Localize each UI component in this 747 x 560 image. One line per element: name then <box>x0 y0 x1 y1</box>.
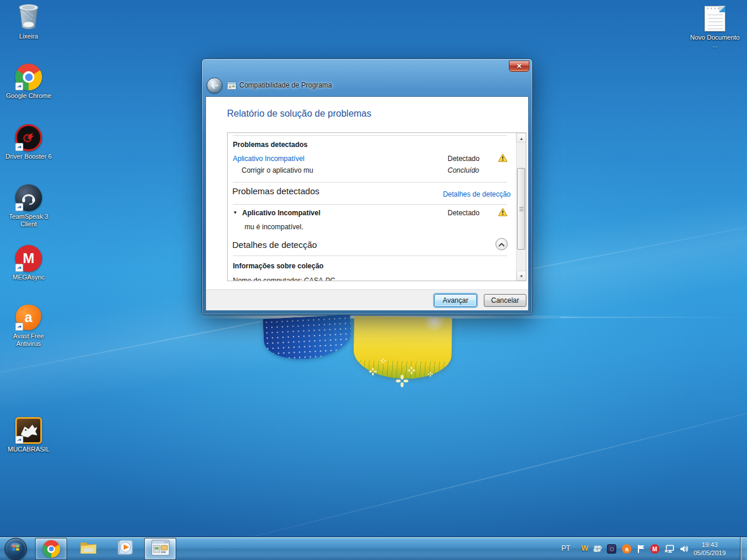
shortcut-arrow-icon <box>15 143 23 151</box>
mega-letter: M <box>23 250 34 267</box>
mega-tray-icon[interactable]: M <box>650 544 659 554</box>
report-divider <box>233 135 507 136</box>
shortcut-arrow-icon <box>15 436 23 444</box>
avast-tray-icon[interactable]: a <box>622 544 631 554</box>
desktop-icon-label: Avast Free Antivirus <box>2 332 55 348</box>
report-section-header: Problemas detectados <box>233 141 308 149</box>
desktop-icon-label: MUCABRASIL <box>2 446 55 453</box>
desktop: Lixeira Google Chrome Driver Booster 6 <box>0 0 747 560</box>
language-indicator[interactable]: PT <box>561 544 570 552</box>
wallpaper-windows-logo-blue-pane <box>263 314 352 361</box>
clock-time: 19:43 <box>687 541 732 549</box>
wallpaper-flower <box>407 366 416 374</box>
show-desktop-button[interactable] <box>740 537 747 560</box>
dialog-footer: Avançar Cancelar <box>206 289 528 310</box>
problem-link[interactable]: Aplicativo Incompatível <box>233 155 305 163</box>
avancar-button[interactable]: Avançar <box>434 294 477 307</box>
compatibility-app-icon <box>227 82 236 90</box>
desktop-icon-driver-booster[interactable]: Driver Booster 6 <box>2 124 55 160</box>
desktop-icon-label: MEGAsync <box>2 274 55 281</box>
desktop-icon-label: Novo Documento ... <box>689 34 741 49</box>
chrome-icon <box>43 540 60 558</box>
desktop-icon-label: TeamSpeak 3 Client <box>2 213 55 228</box>
wallpaper-sparkle <box>428 372 433 377</box>
chevron-up-icon <box>498 240 505 249</box>
problem-detail-label: Aplicativo Incompatível <box>242 209 320 217</box>
back-arrow-icon <box>211 80 218 91</box>
desktop-icon-mucabrasil[interactable]: MUCABRASIL <box>2 416 55 453</box>
report-divider <box>233 204 507 205</box>
wizard-window-icon <box>151 540 170 558</box>
fix-step-status: Concluído <box>448 166 479 174</box>
taskbar: PT W a M <box>0 537 747 560</box>
tray-w-app-icon[interactable]: W <box>581 544 588 552</box>
taskbar-button-explorer[interactable] <box>72 538 104 560</box>
collapse-triangle-icon[interactable]: ▼ <box>233 210 238 215</box>
media-player-icon <box>116 539 134 559</box>
desktop-icon-novo-documento[interactable]: Novo Documento ... <box>689 5 741 49</box>
close-icon: ✕ <box>516 62 522 69</box>
desktop-icon-megasync[interactable]: M MEGAsync <box>2 244 55 281</box>
desktop-icon-lixeira[interactable]: Lixeira <box>2 4 55 40</box>
dialog-titlebar[interactable]: ✕ Compatibilidade de Programa <box>202 59 532 96</box>
collapse-section-button[interactable] <box>495 238 508 250</box>
wallpaper-logo-glow <box>560 317 747 318</box>
wallpaper-flower <box>396 374 409 387</box>
desktop-icon-google-chrome[interactable]: Google Chrome <box>2 63 55 100</box>
taskbar-clock[interactable]: 19:43 05/05/2019 <box>687 541 732 557</box>
problem-status: Detectado <box>448 155 480 163</box>
close-button[interactable]: ✕ <box>509 61 529 72</box>
desktop-icon-label: Driver Booster 6 <box>2 153 55 160</box>
compatibility-dialog-window: ✕ Compatibilidade de Programa Relatório … <box>201 58 533 315</box>
scroll-down-button[interactable]: ▼ <box>516 271 526 281</box>
desktop-icon-teamspeak[interactable]: TeamSpeak 3 Client <box>2 184 55 228</box>
scrollbar-thumb[interactable] <box>517 168 525 250</box>
warning-icon <box>498 153 508 164</box>
warning-icon <box>498 208 508 218</box>
fix-step-label: Corrigir o aplicativo mu <box>242 166 313 174</box>
back-button[interactable] <box>207 78 222 93</box>
avast-letter: a <box>625 546 629 552</box>
text-document-icon <box>704 6 725 32</box>
desktop-icon-label: Google Chrome <box>2 92 55 100</box>
wallpaper-windows-logo-yellow-pane <box>353 316 452 380</box>
network-tray-icon[interactable] <box>664 544 675 556</box>
desktop-icon-avast[interactable]: a Avast Free Antivirus <box>2 303 55 348</box>
shortcut-arrow-icon <box>15 82 23 90</box>
shortcut-arrow-icon <box>15 264 23 272</box>
clock-date: 05/05/2019 <box>687 549 732 557</box>
avast-letter: a <box>25 309 32 326</box>
problems-section-header: Problemas detectados <box>232 186 319 196</box>
shortcut-arrow-icon <box>15 323 23 331</box>
problem-description: mu é incompatível. <box>245 223 303 231</box>
taskbar-button-media-player[interactable] <box>109 538 141 560</box>
problem-detail-status: Detectado <box>448 209 480 217</box>
system-tray: PT W a M <box>556 537 740 560</box>
tray-dark-app-icon[interactable] <box>607 544 616 554</box>
detection-details-link[interactable]: Detalhes de detecção <box>443 190 511 198</box>
report-scrollbar[interactable]: ▲ ▼ <box>516 133 526 281</box>
start-button[interactable] <box>5 538 27 560</box>
folder-icon <box>79 540 98 558</box>
wallpaper-sparkle <box>381 358 386 363</box>
taskbar-button-chrome[interactable] <box>35 538 67 560</box>
collection-info-header: Informações sobre coleção <box>233 262 323 270</box>
report-divider <box>233 182 507 183</box>
wallpaper-flower <box>369 368 377 376</box>
dialog-heading: Relatório de solução de problemas <box>227 108 371 119</box>
desktop-icon-label: Lixeira <box>2 33 55 40</box>
details-section-header: Detalhes de detecção <box>232 240 317 250</box>
scrollbar-grip <box>519 207 523 211</box>
cancelar-button[interactable]: Cancelar <box>484 294 526 307</box>
taskbar-button-compatibility-wizard[interactable] <box>144 538 176 560</box>
windows-logo-icon <box>9 541 23 557</box>
wallpaper-light-streak <box>163 375 747 559</box>
action-center-flag-icon[interactable] <box>636 544 645 554</box>
mega-letter: M <box>652 546 657 552</box>
scroll-up-button[interactable]: ▲ <box>516 133 526 143</box>
report-divider <box>233 256 507 256</box>
recycle-bin-icon <box>16 2 41 33</box>
report-panel: Problemas detectados Aplicativo Incompat… <box>227 132 526 281</box>
windows-update-tray-icon[interactable] <box>593 544 602 554</box>
dialog-body: Relatório de solução de problemas Proble… <box>205 96 529 311</box>
